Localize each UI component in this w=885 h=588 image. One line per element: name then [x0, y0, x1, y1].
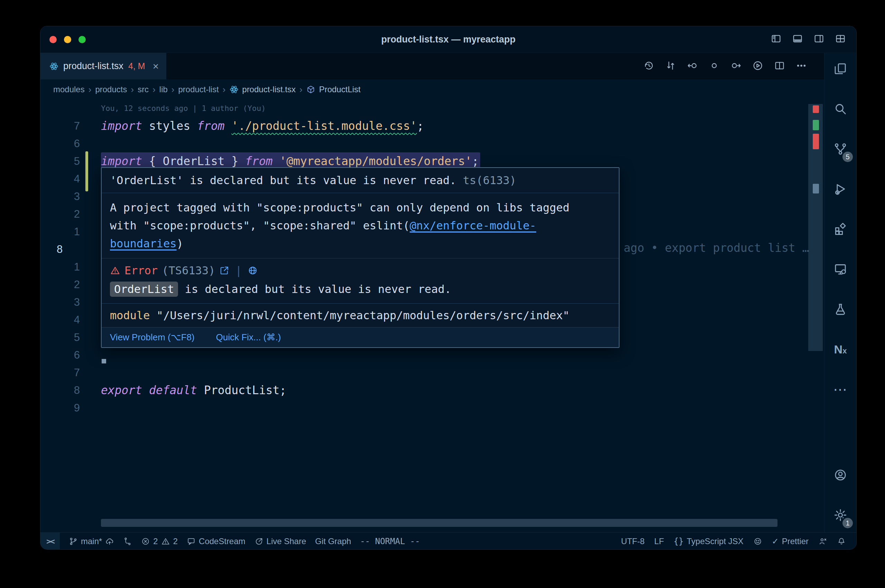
toggle-primary-sidebar-icon[interactable] [771, 33, 781, 46]
open-external-icon[interactable] [219, 266, 230, 276]
tunnel-account-icon[interactable] [818, 537, 827, 546]
code-line: 6 [41, 135, 824, 152]
gutter-modified-indicator [86, 152, 88, 191]
hover-diagnostics-popup: 'OrderList' is declared but its value is… [101, 167, 619, 348]
git-graph-indicator[interactable]: Git Graph [315, 537, 351, 546]
tab-bar: product-list.tsx 4, M × [41, 53, 824, 80]
quick-fix-button[interactable]: Quick Fix... (⌘.) [216, 332, 281, 343]
breadcrumb-item-file[interactable]: product-list.tsx [242, 85, 296, 94]
account-icon[interactable] [825, 462, 856, 488]
scm-graph-indicator[interactable] [123, 537, 132, 546]
codestream-indicator[interactable]: CodeStream [187, 537, 245, 546]
codelens-blame[interactable]: You, 12 seconds ago | 1 author (You) [101, 99, 266, 117]
customize-layout-icon[interactable] [835, 33, 846, 46]
problems-indicator[interactable]: 2 2 [141, 537, 178, 546]
chevron-right-icon: › [171, 84, 174, 95]
tab-label: product-list.tsx [63, 61, 123, 72]
source-control-icon[interactable]: 5 [825, 136, 856, 162]
remote-indicator[interactable]: >< [41, 533, 60, 550]
explorer-icon[interactable] [825, 56, 856, 82]
breadcrumb-item-product-list[interactable]: product-list [178, 85, 218, 94]
nx-console-icon[interactable]: Nx [825, 336, 856, 362]
more-actions-icon[interactable] [796, 60, 807, 72]
close-window-button[interactable] [50, 36, 57, 43]
vim-mode-indicator: -- NORMAL -- [360, 537, 420, 546]
previous-change-icon[interactable] [687, 60, 698, 72]
diagnostic-message-eslint: A project tagged with "scope:products" c… [102, 193, 619, 258]
git-graph-icon [123, 537, 132, 546]
remote-explorer-icon[interactable] [825, 256, 856, 282]
live-share-indicator[interactable]: Live Share [254, 537, 306, 546]
overview-ruler-error-mark [813, 134, 819, 149]
tab-product-list[interactable]: product-list.tsx 4, M × [41, 53, 166, 80]
encoding-indicator[interactable]: UTF-8 [621, 537, 645, 546]
code-line: 7 [41, 364, 824, 381]
horizontal-scrollbar[interactable] [101, 519, 777, 527]
settings-badge: 1 [843, 518, 853, 528]
toggle-panel-icon[interactable] [792, 33, 803, 46]
warning-triangle-icon [110, 266, 120, 276]
cloud-upload-icon [105, 537, 114, 546]
eslint-rule-link[interactable]: boundaries [110, 237, 177, 250]
run-debug-icon[interactable] [825, 176, 856, 202]
codelens-row: You, 12 seconds ago | 1 author (You) [41, 99, 824, 117]
chevron-right-icon: › [89, 84, 92, 95]
code-line-export: 8export default ProductList; [41, 381, 824, 399]
tab-close-icon[interactable]: × [153, 60, 159, 72]
inline-git-blame: ago • export product list … [624, 239, 810, 257]
zoom-window-button[interactable] [78, 36, 86, 43]
timeline-icon[interactable] [643, 60, 654, 72]
popup-resize-grip[interactable] [102, 359, 106, 363]
branch-indicator[interactable]: main* [69, 537, 114, 546]
module-path-row: module "/Users/juri/nrwl/content/myreact… [102, 303, 619, 327]
breadcrumb: modules › products › src › lib › product… [41, 80, 824, 99]
compare-changes-icon[interactable] [665, 60, 676, 72]
error-label: Error [125, 264, 158, 277]
search-icon[interactable] [825, 96, 856, 122]
eol-indicator[interactable]: LF [654, 537, 664, 546]
extensions-icon[interactable] [825, 216, 856, 242]
current-line-number: 8 [41, 240, 80, 258]
codestream-icon [187, 537, 196, 546]
testing-flask-icon[interactable] [825, 296, 856, 322]
diagnostic-message-ts: 'OrderList' is declared but its value is… [102, 168, 619, 193]
traffic-lights [50, 26, 86, 52]
more-views-icon[interactable]: ⋯ [825, 376, 856, 402]
notifications-bell-icon[interactable] [837, 537, 846, 546]
breadcrumb-item-symbol[interactable]: ProductList [319, 85, 361, 94]
activity-bar: 5 Nx ⋯ 1 [824, 53, 856, 532]
breadcrumb-item-modules[interactable]: modules [53, 85, 85, 94]
code-editor[interactable]: You, 12 seconds ago | 1 author (You) 7im… [41, 99, 824, 532]
git-branch-icon [69, 537, 78, 546]
overview-ruler-mark [813, 184, 819, 194]
title-bar: product-list.tsx — myreactapp [41, 26, 856, 53]
code-line: 6 [41, 346, 824, 364]
editor-actions [643, 53, 824, 80]
chevron-right-icon: › [222, 84, 226, 95]
live-share-icon [254, 537, 263, 546]
code-line: 9 [41, 399, 824, 417]
breadcrumb-item-src[interactable]: src [138, 85, 149, 94]
react-icon [50, 62, 59, 71]
next-change-icon[interactable] [730, 60, 742, 72]
error-code-row: Error(TS6133) | [102, 258, 619, 279]
chevron-right-icon: › [152, 84, 156, 95]
hover-status-bar: View Problem (⌥F8) Quick Fix... (⌘.) [102, 327, 619, 347]
eslint-rule-link[interactable]: @nx/enforce-module- [410, 219, 536, 232]
language-indicator[interactable]: {}TypeScript JSX [674, 537, 744, 546]
minimize-window-button[interactable] [64, 36, 71, 43]
view-problem-button[interactable]: View Problem (⌥F8) [110, 332, 195, 343]
toggle-secondary-sidebar-icon[interactable] [813, 33, 825, 46]
globe-icon[interactable] [248, 266, 258, 276]
split-editor-icon[interactable] [774, 60, 785, 72]
breadcrumb-item-products[interactable]: products [95, 85, 127, 94]
prettier-indicator[interactable]: ✓Prettier [772, 537, 808, 546]
change-marker-icon[interactable] [709, 60, 720, 72]
tab-problem-badge: 4, M [128, 61, 145, 71]
settings-gear-icon[interactable]: 1 [825, 502, 856, 528]
overview-ruler-added-mark [813, 120, 819, 130]
feedback-smiley-icon[interactable] [753, 537, 762, 546]
breadcrumb-item-lib[interactable]: lib [159, 85, 168, 94]
overview-ruler-error-mark [813, 105, 819, 113]
run-file-icon[interactable] [752, 60, 763, 72]
